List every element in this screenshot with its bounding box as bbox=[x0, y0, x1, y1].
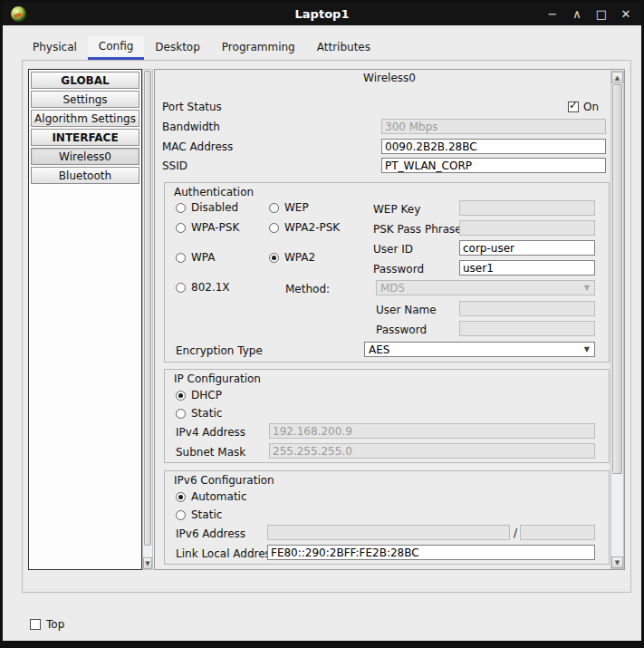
app-window: Laptop1 − ∧ □ ✕ Physical Config Desktop … bbox=[0, 0, 644, 648]
tab-physical[interactable]: Physical bbox=[22, 36, 88, 60]
radio-auth-wpa2-psk[interactable]: WPA2-PSK bbox=[269, 221, 340, 234]
sidebar: GLOBAL Settings Algorithm Settings INTER… bbox=[28, 69, 142, 570]
sidebar-item-bluetooth[interactable]: Bluetooth bbox=[31, 167, 139, 184]
radio-button-icon bbox=[176, 510, 186, 520]
ipv6-prefix-separator: / bbox=[514, 527, 517, 539]
radio-button-icon bbox=[269, 223, 279, 233]
radio-label: Static bbox=[191, 407, 222, 420]
encryption-type-label: Encryption Type bbox=[176, 344, 263, 357]
shade-icon[interactable]: ∧ bbox=[571, 3, 583, 25]
radio-button-icon bbox=[176, 283, 186, 293]
radio-auth-8021x[interactable]: 802.1X bbox=[176, 281, 230, 294]
wep-key-input bbox=[459, 200, 595, 216]
radio-label: WPA2 bbox=[284, 251, 315, 264]
panel-title: Wireless0 bbox=[155, 72, 624, 84]
subnet-mask-label: Subnet Mask bbox=[176, 446, 245, 459]
chevron-down-icon: ▼ bbox=[584, 284, 590, 292]
scroll-down-icon[interactable]: ▼ bbox=[143, 557, 152, 569]
tab-config[interactable]: Config bbox=[88, 36, 145, 60]
radio-auth-wpa-psk[interactable]: WPA-PSK bbox=[176, 221, 239, 234]
mac-address-input[interactable] bbox=[381, 139, 606, 154]
method-dropdown: MD5 ▼ bbox=[376, 280, 595, 295]
tab-programming[interactable]: Programming bbox=[211, 36, 306, 60]
bandwidth-label: Bandwidth bbox=[162, 121, 220, 133]
authentication-group: Authentication Disabled WEP WPA-PSK WPA2… bbox=[164, 182, 610, 363]
psk-pass-phrase-label: PSK Pass Phrase bbox=[373, 223, 462, 236]
bandwidth-input bbox=[381, 119, 606, 134]
sidebar-item-settings[interactable]: Settings bbox=[31, 91, 139, 108]
radio-button-icon bbox=[176, 391, 186, 401]
sidebar-header-global: GLOBAL bbox=[31, 72, 139, 89]
panel-scrollbar-thumb[interactable] bbox=[612, 84, 622, 474]
port-status-checkbox[interactable]: ✓ bbox=[568, 102, 579, 112]
top-checkbox-label: Top bbox=[46, 618, 64, 631]
tab-attributes[interactable]: Attributes bbox=[306, 36, 381, 60]
port-status-label: Port Status bbox=[162, 101, 222, 113]
close-icon[interactable]: ✕ bbox=[620, 3, 632, 25]
radio-label: WPA2-PSK bbox=[284, 221, 340, 234]
method-label: Method: bbox=[285, 283, 330, 295]
radio-button-icon bbox=[176, 223, 186, 233]
scroll-up-icon[interactable]: ▲ bbox=[611, 72, 623, 83]
sidebar-header-interface: INTERFACE bbox=[31, 129, 139, 146]
ipv4-address-label: IPv4 Address bbox=[176, 426, 245, 439]
radio-label: WPA-PSK bbox=[191, 221, 239, 234]
radio-button-icon bbox=[176, 203, 186, 213]
ssid-label: SSID bbox=[162, 160, 187, 172]
user-id-input[interactable] bbox=[459, 240, 595, 256]
radio-auth-wep[interactable]: WEP bbox=[269, 201, 309, 214]
panel-scrollbar[interactable]: ▲ ▼ bbox=[610, 71, 624, 569]
radio-button-icon bbox=[176, 409, 186, 419]
radio-label: DHCP bbox=[191, 389, 222, 401]
radio-button-icon bbox=[269, 253, 279, 263]
titlebar[interactable]: Laptop1 − ∧ □ ✕ bbox=[3, 3, 641, 25]
sidebar-scrollbar-thumb[interactable] bbox=[144, 71, 151, 546]
encryption-type-dropdown[interactable]: AES ▼ bbox=[364, 342, 595, 357]
sidebar-item-algorithm-settings[interactable]: Algorithm Settings bbox=[31, 110, 139, 127]
ipv6-address-input bbox=[267, 525, 510, 540]
wireless0-settings-panel: Wireless0 Port Status ✓ On Bandwidth MAC… bbox=[154, 69, 625, 570]
radio-ipv6-automatic[interactable]: Automatic bbox=[176, 490, 247, 503]
radio-button-icon bbox=[176, 253, 186, 263]
radius-user-name-input bbox=[459, 301, 595, 316]
radio-label: 802.1X bbox=[191, 281, 230, 294]
ipv6-configuration-group: IPv6 Configuration Automatic Static IPv6… bbox=[164, 470, 610, 565]
window-controls: − ∧ □ ✕ bbox=[546, 3, 632, 25]
user-id-label: User ID bbox=[373, 243, 413, 256]
ipv6-prefix-input bbox=[520, 525, 595, 540]
radio-ip-static[interactable]: Static bbox=[176, 407, 222, 420]
link-local-address-label: Link Local Address: bbox=[176, 547, 280, 560]
ipv6-configuration-title: IPv6 Configuration bbox=[174, 474, 274, 487]
radius-password-input bbox=[459, 321, 595, 336]
sidebar-scrollbar[interactable]: ▼ bbox=[142, 69, 153, 570]
ip-configuration-group: IP Configuration DHCP Static IPv4 Addres… bbox=[164, 369, 610, 463]
radio-label: Automatic bbox=[191, 490, 247, 503]
port-status-on-label: On bbox=[583, 101, 599, 113]
radio-auth-disabled[interactable]: Disabled bbox=[176, 201, 238, 214]
radio-ipv6-static[interactable]: Static bbox=[176, 508, 222, 521]
mac-address-label: MAC Address bbox=[162, 140, 233, 153]
radius-user-name-label: User Name bbox=[376, 304, 437, 316]
chevron-down-icon: ▼ bbox=[584, 345, 590, 353]
scroll-down-icon[interactable]: ▼ bbox=[611, 556, 623, 568]
ssid-input[interactable] bbox=[381, 158, 606, 173]
checkmark-icon: ✓ bbox=[569, 99, 578, 111]
radius-password-label: Password bbox=[376, 324, 427, 336]
radio-label: WPA bbox=[191, 251, 216, 264]
minimize-icon[interactable]: − bbox=[546, 3, 559, 25]
encryption-type-value: AES bbox=[369, 343, 389, 356]
radio-label: Static bbox=[191, 508, 222, 521]
radio-auth-wpa[interactable]: WPA bbox=[176, 251, 216, 264]
link-local-address-input[interactable] bbox=[267, 545, 595, 560]
radio-auth-wpa2[interactable]: WPA2 bbox=[269, 251, 315, 264]
tab-desktop[interactable]: Desktop bbox=[144, 36, 211, 60]
radio-label: WEP bbox=[284, 201, 309, 214]
sidebar-item-wireless0[interactable]: Wireless0 bbox=[31, 148, 139, 165]
password-label: Password bbox=[373, 263, 424, 276]
top-checkbox[interactable] bbox=[30, 619, 41, 630]
ipv6-address-label: IPv6 Address bbox=[176, 527, 245, 540]
maximize-icon[interactable]: □ bbox=[595, 3, 608, 25]
ip-configuration-title: IP Configuration bbox=[174, 372, 261, 385]
password-input[interactable] bbox=[459, 260, 595, 276]
radio-ip-dhcp[interactable]: DHCP bbox=[176, 389, 222, 401]
